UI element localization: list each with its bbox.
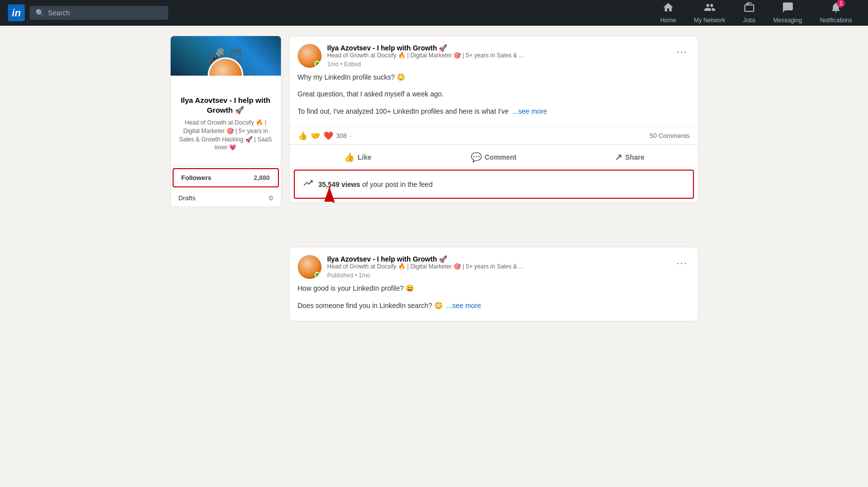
views-banner-1[interactable]: 35,549 views of your post in the feed <box>294 170 694 199</box>
nav-item-messaging[interactable]: Messaging <box>766 0 810 27</box>
post-more-menu-2[interactable]: ··· <box>675 255 690 270</box>
like-label: Like <box>358 153 371 161</box>
post-author-name-1[interactable]: Ilya Azovtsev - I help with Growth 🚀 <box>327 44 669 52</box>
post-more-menu-1[interactable]: ··· <box>675 44 690 59</box>
post-header-1: Ilya Azovtsev - I help with Growth 🚀 Hea… <box>290 36 698 72</box>
views-count-1: 35,549 views <box>319 180 361 188</box>
drafts-value: 0 <box>269 194 273 202</box>
profile-card: 🎤🎵 Ilya Azovtsev - I help with Growth 🚀 … <box>170 36 281 207</box>
nav-item-network[interactable]: My Network <box>686 0 733 27</box>
nav-items: Home My Network Jobs Messaging <box>652 0 860 27</box>
share-button-1[interactable]: ↗ Share <box>562 147 698 168</box>
search-icon: 🔍 <box>36 9 44 17</box>
post-meta-1: 1mo • Edited <box>327 61 669 68</box>
profile-stats: Followers 2,880 Drafts 0 <box>171 166 281 207</box>
comments-count-1[interactable]: 50 Comments <box>650 132 690 139</box>
search-bar[interactable]: 🔍 <box>30 6 168 20</box>
jobs-icon <box>743 1 755 16</box>
post-card-1: Ilya Azovtsev - I help with Growth 🚀 Hea… <box>289 36 698 203</box>
followers-stat[interactable]: Followers 2,880 <box>173 168 279 187</box>
post-card-2: Ilya Azovtsev - I help with Growth 🚀 Hea… <box>289 247 698 321</box>
jobs-label: Jobs <box>743 17 755 24</box>
see-more-link-1[interactable]: ...see more <box>512 107 547 115</box>
profile-name: Ilya Azovtsev - I help with Growth 🚀 <box>179 95 273 115</box>
like-button-1[interactable]: 👍 Like <box>290 147 426 168</box>
heart-reaction: ❤️ <box>323 131 333 140</box>
views-suffix-1: of your post in the feed <box>362 180 432 188</box>
comment-icon: 💬 <box>471 152 482 163</box>
views-icon <box>303 177 314 191</box>
like-icon: 👍 <box>344 152 355 163</box>
post-line-3: To find out, I've analyzed 100+ LinkedIn… <box>298 106 690 117</box>
notification-badge: 1 <box>837 0 845 7</box>
page-content: 🎤🎵 Ilya Azovtsev - I help with Growth 🚀 … <box>162 26 706 335</box>
post-line-2: Great question, that I asked myself a we… <box>298 89 690 99</box>
messaging-icon <box>782 1 794 16</box>
online-indicator-1 <box>315 61 320 67</box>
comment-label: Comment <box>485 153 517 161</box>
post-text-2: How good is your LinkedIn profile? 😄 Doe… <box>298 283 690 311</box>
notifications-icon: 1 <box>830 1 842 16</box>
post-meta-2: Published • 1mo <box>327 272 669 279</box>
followers-label: Followers <box>182 174 212 181</box>
reaction-dot: · <box>350 132 352 139</box>
post-author-info-2: Ilya Azovtsev - I help with Growth 🚀 Hea… <box>327 255 669 279</box>
network-label: My Network <box>694 17 725 24</box>
notifications-label: Notifications <box>820 17 852 24</box>
reaction-count-1: 308 <box>336 132 347 139</box>
post-body-1: Why my LinkedIn profile sucks? 😳 Great q… <box>290 72 698 127</box>
post-text-1: Why my LinkedIn profile sucks? 😳 Great q… <box>298 72 690 117</box>
post-line-2-1: How good is your LinkedIn profile? 😄 <box>298 283 690 294</box>
views-text-1: 35,549 views of your post in the feed <box>319 180 433 188</box>
avatar-image <box>209 59 242 76</box>
home-label: Home <box>660 17 676 24</box>
like-reaction: 👍 <box>298 131 308 140</box>
profile-banner: 🎤🎵 <box>171 36 281 76</box>
online-indicator-2 <box>315 272 320 278</box>
nav-item-home[interactable]: Home <box>652 0 684 27</box>
post-line-2-2: Does someone find you in LinkedIn search… <box>298 300 690 311</box>
sidebar: 🎤🎵 Ilya Azovtsev - I help with Growth 🚀 … <box>170 36 281 325</box>
followers-value: 2,880 <box>254 174 270 181</box>
post-author-name-2[interactable]: Ilya Azovtsev - I help with Growth 🚀 <box>327 255 669 263</box>
post-line-1: Why my LinkedIn profile sucks? 😳 <box>298 72 690 83</box>
post-reactions-1: 👍 🤝 ❤️ 308 · 50 Comments <box>290 127 698 144</box>
share-label: Share <box>625 153 644 161</box>
post-header-2: Ilya Azovtsev - I help with Growth 🚀 Hea… <box>290 247 698 283</box>
search-input[interactable] <box>48 9 162 17</box>
nav-item-notifications[interactable]: 1 Notifications <box>812 0 860 27</box>
post-author-info-1: Ilya Azovtsev - I help with Growth 🚀 Hea… <box>327 44 669 68</box>
linkedin-logo[interactable]: in <box>8 4 25 21</box>
post-body-2: How good is your LinkedIn profile? 😄 Doe… <box>290 283 698 321</box>
profile-info: Ilya Azovtsev - I help with Growth 🚀 Hea… <box>171 76 281 160</box>
post-author-headline-2: Head of Growth at Docsify 🔥 | Digital Ma… <box>327 263 669 271</box>
drafts-stat[interactable]: Drafts 0 <box>171 189 281 207</box>
profile-avatar-wrapper <box>208 57 243 76</box>
profile-avatar <box>208 57 243 76</box>
home-icon <box>662 1 674 16</box>
post-author-headline-1: Head of Growth at Docsify 🔥 | Digital Ma… <box>327 52 669 60</box>
share-icon: ↗ <box>615 152 622 163</box>
network-icon <box>704 1 716 16</box>
messaging-label: Messaging <box>774 17 802 24</box>
feed: Ilya Azovtsev - I help with Growth 🚀 Hea… <box>289 36 698 325</box>
views-section: 35,549 views of your post in the feed <box>290 170 698 199</box>
nav-item-jobs[interactable]: Jobs <box>735 0 763 27</box>
post-avatar-2 <box>298 255 321 279</box>
drafts-label: Drafts <box>179 194 196 202</box>
post-avatar-1 <box>298 44 321 68</box>
clap-reaction: 🤝 <box>311 131 320 140</box>
post-actions-1: 👍 Like 💬 Comment ↗ Share <box>290 144 698 170</box>
see-more-link-2[interactable]: ...see more <box>447 302 481 310</box>
profile-headline: Head of Growth at Docsify 🔥 | Digital Ma… <box>179 119 273 152</box>
navbar: in 🔍 Home My Network Jobs <box>0 0 868 26</box>
comment-button-1[interactable]: 💬 Comment <box>426 147 562 168</box>
